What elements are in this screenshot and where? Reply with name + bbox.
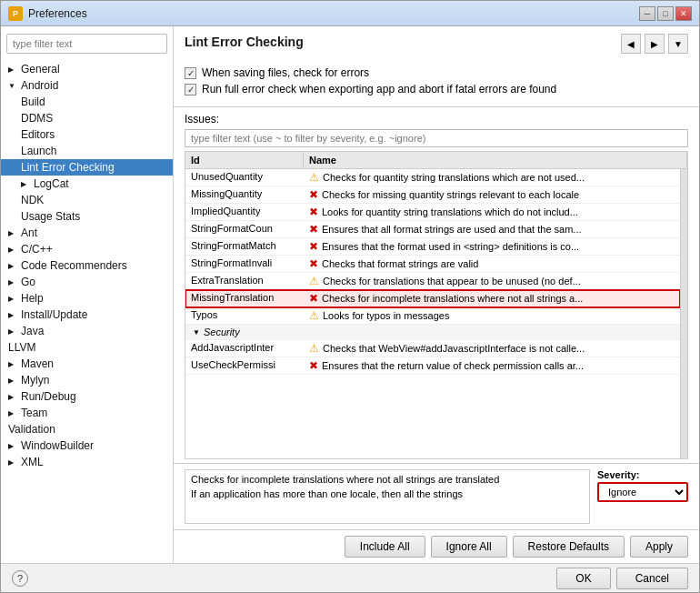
sidebar-item-general[interactable]: ▶ General xyxy=(1,61,173,77)
description-line2: If an application has more than one loca… xyxy=(191,488,584,499)
cell-name: ⚠ Checks for quantity string translation… xyxy=(304,169,680,186)
expand-arrow: ▶ xyxy=(8,409,17,417)
cell-name: ✖ Looks for quantity string translations… xyxy=(304,204,680,220)
sidebar-item-cpp[interactable]: ▶ C/C++ xyxy=(1,241,173,257)
sidebar-item-ndk[interactable]: NDK xyxy=(1,192,173,208)
ignore-all-button[interactable]: Ignore All xyxy=(431,536,507,558)
cell-id: MissingQuantity xyxy=(185,186,304,203)
description-line1: Checks for incomplete translations where… xyxy=(191,474,584,485)
error-icon: ✖ xyxy=(309,240,318,253)
sidebar-item-team[interactable]: ▶ Team xyxy=(1,405,173,421)
error-icon: ✖ xyxy=(309,359,318,372)
sidebar-item-ddms[interactable]: DDMS xyxy=(1,110,173,126)
severity-block: Severity: Ignore Warning Error Fatal Inf… xyxy=(597,469,688,502)
window-controls: ─ □ ✕ xyxy=(639,6,692,21)
expand-arrow: ▶ xyxy=(8,278,17,286)
cell-name: ⚠ Checks for translations that appear to… xyxy=(304,273,680,289)
cell-id: UseCheckPermissi xyxy=(185,357,304,374)
bottom-description-section: Checks for incomplete translations where… xyxy=(174,463,699,529)
save-check-label: When saving files, check for errors xyxy=(202,66,369,79)
expand-arrow: ▶ xyxy=(8,246,17,254)
col-name: Name xyxy=(304,152,687,168)
maximize-button[interactable]: □ xyxy=(657,6,674,21)
sidebar-item-xml[interactable]: ▶ XML xyxy=(1,454,173,470)
sidebar-item-usagestats[interactable]: Usage Stats xyxy=(1,208,173,225)
export-check[interactable] xyxy=(185,84,196,95)
sidebar-item-lint[interactable]: Lint Error Checking xyxy=(1,159,173,176)
cell-name: ✖ Checks for incomplete translations whe… xyxy=(304,290,680,307)
sidebar-item-validation[interactable]: Validation xyxy=(1,421,173,437)
sidebar-item-help[interactable]: ▶ Help xyxy=(1,290,173,307)
include-all-button[interactable]: Include All xyxy=(345,536,425,558)
table-row-selected[interactable]: MissingTranslation ✖ Checks for incomple… xyxy=(185,290,680,307)
expand-arrow: ▶ xyxy=(8,327,17,336)
severity-select[interactable]: Ignore Warning Error Fatal Informational xyxy=(599,484,686,500)
sidebar-item-install[interactable]: ▶ Install/Update xyxy=(1,307,173,323)
help-button[interactable]: ? xyxy=(12,570,28,587)
table-row[interactable]: ExtraTranslation ⚠ Checks for translatio… xyxy=(185,273,680,290)
cell-id: Typos xyxy=(185,307,304,324)
close-button[interactable]: ✕ xyxy=(675,6,692,21)
scrollbar[interactable] xyxy=(680,169,687,458)
severity-dropdown: Ignore Warning Error Fatal Informational xyxy=(597,482,688,502)
nav-toolbar: ◀ ▶ ▼ xyxy=(621,34,688,54)
sidebar-item-launch[interactable]: Launch xyxy=(1,143,173,159)
save-check[interactable] xyxy=(185,67,196,79)
table-row[interactable]: Typos ⚠ Looks for typos in messages xyxy=(185,307,680,325)
table-row[interactable]: StringFormatCoun ✖ Ensures that all form… xyxy=(185,221,680,238)
sidebar-item-ant[interactable]: ▶ Ant xyxy=(1,225,173,241)
table-body: UnusedQuantity ⚠ Checks for quantity str… xyxy=(185,169,680,458)
section-expand-arrow: ▼ xyxy=(193,328,200,337)
table-row[interactable]: AddJavascriptInter ⚠ Checks that WebView… xyxy=(185,340,680,357)
cell-name: ✖ Checks that format strings are valid xyxy=(304,256,680,272)
sidebar-item-android[interactable]: ▼ Android xyxy=(1,77,173,94)
sidebar-item-go[interactable]: ▶ Go xyxy=(1,274,173,290)
expand-arrow: ▶ xyxy=(8,393,17,401)
table-row[interactable]: StringFormatInvali ✖ Checks that format … xyxy=(185,256,680,273)
expand-arrow: ▶ xyxy=(8,311,17,319)
cell-name: ⚠ Looks for typos in messages xyxy=(304,307,680,324)
sidebar-item-maven[interactable]: ▶ Maven xyxy=(1,356,173,372)
export-check-label: Run full error check when exporting app … xyxy=(202,83,556,95)
table-row[interactable]: ImpliedQuantity ✖ Looks for quantity str… xyxy=(185,204,680,221)
cell-name: ✖ Checks for missing quantity strings re… xyxy=(304,186,680,203)
cancel-button[interactable]: Cancel xyxy=(616,568,688,589)
issues-table: Id Name UnusedQuantity ⚠ Checks for quan… xyxy=(185,151,688,459)
cell-name: ✖ Ensures that the return value of check… xyxy=(304,357,680,374)
cell-id: UnusedQuantity xyxy=(185,169,304,186)
sidebar-filter-input[interactable] xyxy=(6,34,167,54)
sidebar-item-llvm[interactable]: LLVM xyxy=(1,339,173,356)
section-label: Security xyxy=(204,327,240,337)
table-row[interactable]: StringFormatMatch ✖ Ensures that the for… xyxy=(185,238,680,256)
sidebar-item-editors[interactable]: Editors xyxy=(1,126,173,143)
sidebar-item-build[interactable]: Build xyxy=(1,94,173,110)
sidebar-item-mylyn[interactable]: ▶ Mylyn xyxy=(1,372,173,388)
expand-arrow: ▶ xyxy=(8,229,17,237)
window-title: Preferences xyxy=(28,7,639,20)
sidebar: ▶ General ▼ Android Build DDMS Editors L… xyxy=(1,26,174,563)
table-row[interactable]: UnusedQuantity ⚠ Checks for quantity str… xyxy=(185,169,680,186)
sidebar-item-java[interactable]: ▶ Java xyxy=(1,323,173,339)
restore-defaults-button[interactable]: Restore Defaults xyxy=(513,536,625,558)
forward-button[interactable]: ▶ xyxy=(645,34,665,54)
back-button[interactable]: ◀ xyxy=(621,34,641,54)
error-icon: ✖ xyxy=(309,257,318,270)
table-row[interactable]: UseCheckPermissi ✖ Ensures that the retu… xyxy=(185,357,680,375)
ok-button[interactable]: OK xyxy=(556,568,610,589)
sidebar-item-windowbuilder[interactable]: ▶ WindowBuilder xyxy=(1,437,173,454)
apply-button[interactable]: Apply xyxy=(630,536,688,558)
dialog-bottom-bar: ? OK Cancel xyxy=(1,563,699,592)
expand-arrow: ▶ xyxy=(8,360,17,368)
sidebar-item-logcat[interactable]: ▶ LogCat xyxy=(1,176,173,192)
sidebar-item-rundebug[interactable]: ▶ Run/Debug xyxy=(1,388,173,405)
minimize-button[interactable]: ─ xyxy=(639,6,655,21)
table-row[interactable]: MissingQuantity ✖ Checks for missing qua… xyxy=(185,186,680,204)
dropdown-button[interactable]: ▼ xyxy=(668,34,688,54)
checkboxes-section: When saving files, check for errors Run … xyxy=(185,63,688,103)
expand-arrow: ▶ xyxy=(8,458,17,467)
sidebar-item-coderecommenders[interactable]: ▶ Code Recommenders xyxy=(1,257,173,274)
issues-filter-input[interactable] xyxy=(185,129,688,147)
title-bar: P Preferences ─ □ ✕ xyxy=(1,1,699,26)
error-icon: ✖ xyxy=(309,188,318,201)
error-icon: ✖ xyxy=(309,292,318,305)
